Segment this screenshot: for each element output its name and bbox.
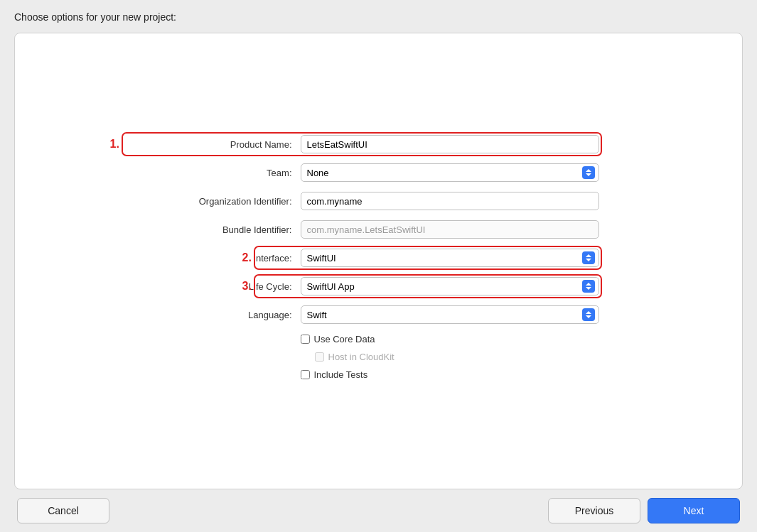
team-select[interactable]: None xyxy=(301,163,599,182)
product-name-input[interactable] xyxy=(301,135,599,153)
interface-row: 2. Interface: SwiftUI xyxy=(159,249,599,267)
include-tests-row: Include Tests xyxy=(159,369,599,380)
host-in-cloudkit-checkbox[interactable] xyxy=(315,352,324,362)
main-panel: 1. Product Name: Team: None Organization… xyxy=(14,33,743,489)
step2-number: 2. xyxy=(242,251,252,264)
team-row: Team: None xyxy=(159,163,599,182)
org-identifier-label: Organization Identifier: xyxy=(159,196,301,207)
include-tests-label: Include Tests xyxy=(314,369,368,380)
use-core-data-label: Use Core Data xyxy=(314,334,375,344)
language-label: Language: xyxy=(159,310,301,320)
lifecycle-select[interactable]: SwiftUI App xyxy=(301,277,599,295)
interface-select-wrapper: SwiftUI xyxy=(301,249,599,267)
footer-right: Previous Next xyxy=(548,498,740,523)
org-identifier-row: Organization Identifier: xyxy=(159,192,599,210)
use-core-data-checkbox[interactable] xyxy=(301,335,310,344)
previous-button[interactable]: Previous xyxy=(548,498,640,523)
org-identifier-input[interactable] xyxy=(301,192,599,210)
host-in-cloudkit-row: Host in CloudKit xyxy=(159,352,599,362)
footer-left: Cancel xyxy=(17,498,109,523)
team-label: Team: xyxy=(159,168,301,178)
team-select-wrapper: None xyxy=(301,163,599,182)
footer: Cancel Previous Next xyxy=(14,498,743,523)
lifecycle-label: Life Cycle: xyxy=(159,281,301,292)
language-select-wrapper: Swift xyxy=(301,305,599,324)
lifecycle-row: 3. Life Cycle: SwiftUI App xyxy=(159,277,599,295)
interface-select[interactable]: SwiftUI xyxy=(301,249,599,267)
cancel-button[interactable]: Cancel xyxy=(17,498,109,523)
step1-number: 1. xyxy=(110,138,119,151)
language-select[interactable]: Swift xyxy=(301,305,599,324)
bundle-identifier-input xyxy=(301,220,599,239)
host-in-cloudkit-label: Host in CloudKit xyxy=(328,352,394,362)
step3-number: 3. xyxy=(242,280,252,293)
product-name-row: 1. Product Name: xyxy=(159,135,599,153)
include-tests-checkbox[interactable] xyxy=(301,370,310,379)
lifecycle-select-wrapper: SwiftUI App xyxy=(301,277,599,295)
next-button[interactable]: Next xyxy=(648,498,740,523)
language-row: Language: Swift xyxy=(159,305,599,324)
bundle-identifier-label: Bundle Identifier: xyxy=(159,224,301,235)
use-core-data-row: Use Core Data xyxy=(159,334,599,344)
page-title: Choose options for your new project: xyxy=(14,11,743,23)
bundle-identifier-row: Bundle Identifier: xyxy=(159,220,599,239)
interface-label: Interface: xyxy=(159,253,301,264)
product-name-label: Product Name: xyxy=(159,139,301,150)
form-container: 1. Product Name: Team: None Organization… xyxy=(159,135,599,387)
